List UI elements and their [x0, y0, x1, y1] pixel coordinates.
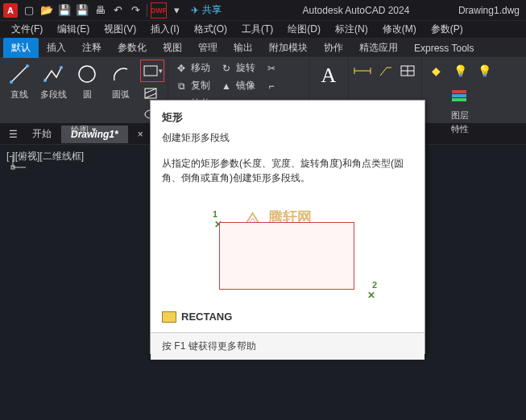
svg-point-5: [79, 66, 95, 82]
layer-group: ◆ 💡 💡 图层 特性: [422, 58, 498, 123]
layer-state-icon[interactable]: ◆: [425, 61, 446, 80]
redo-icon[interactable]: ↷: [127, 2, 143, 19]
polyline-label: 多段线: [40, 89, 67, 101]
copy-label: 复制: [191, 79, 210, 93]
tab-addins[interactable]: 附加模块: [261, 38, 316, 58]
undo-icon[interactable]: ↶: [110, 2, 126, 19]
tab-manage[interactable]: 管理: [190, 38, 226, 58]
fillet-button[interactable]: ⌐: [262, 77, 305, 94]
diagram-point-2: 2: [372, 280, 377, 290]
polyline-icon: [40, 61, 66, 87]
menu-draw[interactable]: 绘图(D): [281, 23, 327, 36]
tooltip-subtitle: 创建矩形多段线: [162, 131, 413, 145]
menu-dimension[interactable]: 标注(N): [329, 23, 375, 36]
plot-icon[interactable]: 🖶: [92, 2, 108, 19]
rectangle-icon: ▾: [142, 61, 163, 80]
tab-insert[interactable]: 插入: [39, 38, 74, 58]
menu-bar: 文件(F) 编辑(E) 视图(V) 插入(I) 格式(O) 工具(T) 绘图(D…: [0, 21, 526, 39]
svg-line-8: [145, 89, 156, 93]
move-label: 移动: [191, 61, 210, 75]
layer-label: 图层: [451, 109, 469, 121]
line-button[interactable]: 直线: [3, 60, 35, 102]
tab-annotate[interactable]: 注释: [74, 38, 110, 58]
svg-point-3: [43, 79, 47, 82]
trim-button[interactable]: ✂: [262, 60, 305, 76]
bulb-off-icon[interactable]: 💡: [474, 61, 495, 80]
menu-parametric[interactable]: 参数(P): [425, 23, 470, 36]
diagram-rectangle: [219, 222, 354, 290]
share-icon: ✈: [191, 5, 199, 16]
move-button[interactable]: ✥移动: [172, 60, 215, 76]
quick-access-toolbar: ▢ 📂 💾 💾 🖶 ↶ ↷ DWF ▾: [21, 2, 184, 19]
svg-line-9: [145, 93, 156, 98]
svg-rect-7: [145, 89, 156, 98]
rotate-button[interactable]: ↻旋转: [217, 60, 260, 76]
tooltip-rectangle: 矩形 创建矩形多段线 从指定的矩形参数(长度、宽度、旋转角度)和角点类型(圆角、…: [150, 100, 425, 354]
line-label: 直线: [10, 89, 28, 101]
diagram-x2: ✕: [367, 290, 375, 301]
menu-edit[interactable]: 编辑(E): [51, 23, 96, 36]
rotate-icon: ↻: [220, 62, 233, 75]
svg-point-4: [60, 66, 63, 69]
saveas-icon[interactable]: 💾: [74, 2, 90, 19]
tab-collaborate[interactable]: 协作: [316, 38, 351, 58]
move-icon: ✥: [175, 62, 188, 75]
ribbon-tabs: 默认 插入 注释 参数化 视图 管理 输出 附加模块 协作 精选应用 Expre…: [0, 39, 526, 58]
new-icon[interactable]: ▢: [21, 2, 37, 19]
ucs-icon: [8, 153, 27, 172]
circle-button[interactable]: 圆: [71, 60, 103, 102]
open-icon[interactable]: 📂: [39, 2, 55, 19]
svg-rect-18: [452, 94, 466, 97]
mirror-button[interactable]: ▲镜像: [217, 77, 260, 94]
dwf-icon[interactable]: DWF: [151, 2, 167, 19]
tooltip-command: RECTANG: [181, 311, 232, 323]
copy-button[interactable]: ⧉复制: [172, 77, 215, 94]
tooltip-diagram: 腾轩网 TENGXUANWANG 1 ✕ 2 ✕: [203, 200, 372, 296]
dim-leader-icon[interactable]: [375, 61, 396, 80]
layer-props-button[interactable]: 图层 特性: [445, 80, 474, 137]
copy-icon: ⧉: [175, 80, 188, 93]
tooltip-command-row: RECTANG: [162, 311, 413, 323]
share-button[interactable]: ✈ 共享: [191, 3, 222, 17]
svg-rect-19: [452, 98, 466, 101]
tab-parametric[interactable]: 参数化: [110, 38, 155, 58]
menu-file[interactable]: 文件(F): [5, 23, 49, 36]
document-name: Drawing1.dwg: [458, 5, 523, 16]
tab-express-tools[interactable]: Express Tools: [406, 39, 482, 57]
dim-linear-icon[interactable]: [352, 61, 373, 80]
app-title: Autodesk AutoCAD 2024: [222, 5, 458, 16]
circle-icon: [74, 61, 100, 87]
menu-view[interactable]: 视图(V): [97, 23, 143, 36]
trim-icon: ✂: [265, 62, 278, 75]
polyline-button[interactable]: 多段线: [37, 60, 69, 102]
title-bar: A ▢ 📂 💾 💾 🖶 ↶ ↷ DWF ▾ ✈ 共享 Autodesk Auto…: [0, 0, 526, 21]
save-icon[interactable]: 💾: [56, 2, 72, 19]
menu-format[interactable]: 格式(O): [188, 23, 234, 36]
dropdown-icon[interactable]: ▾: [168, 2, 184, 19]
app-badge[interactable]: A: [3, 3, 18, 18]
tab-view[interactable]: 视图: [155, 38, 190, 58]
share-label: 共享: [202, 3, 222, 17]
circle-label: 圆: [83, 89, 92, 101]
draw-group-label[interactable]: 绘图 ▾: [3, 124, 164, 138]
tab-express[interactable]: 精选应用: [351, 38, 406, 58]
draw-group: 直线 多段线 圆 圆弧 ▾ 绘图 ▾: [0, 58, 168, 123]
rectangle-button-highlighted[interactable]: ▾: [140, 60, 164, 82]
layer-props-label: 特性: [451, 123, 469, 135]
menu-insert[interactable]: 插入(I): [144, 23, 185, 36]
mirror-icon: ▲: [220, 80, 233, 93]
arc-icon: [108, 61, 134, 87]
table-icon[interactable]: [397, 61, 418, 80]
menu-tools[interactable]: 工具(T): [235, 23, 280, 36]
bulb-on-icon[interactable]: 💡: [449, 61, 470, 80]
arc-label: 圆弧: [112, 89, 130, 101]
tab-output[interactable]: 输出: [226, 38, 261, 58]
arc-button[interactable]: 圆弧: [105, 60, 137, 102]
tab-default[interactable]: 默认: [3, 38, 39, 58]
text-button[interactable]: A: [313, 61, 345, 90]
svg-point-2: [26, 64, 29, 68]
qat-separator: [147, 4, 147, 17]
layer-props-icon: [447, 82, 473, 108]
tooltip-footer: 按 F1 键获得更多帮助: [151, 332, 425, 360]
menu-modify[interactable]: 修改(M): [376, 23, 423, 36]
